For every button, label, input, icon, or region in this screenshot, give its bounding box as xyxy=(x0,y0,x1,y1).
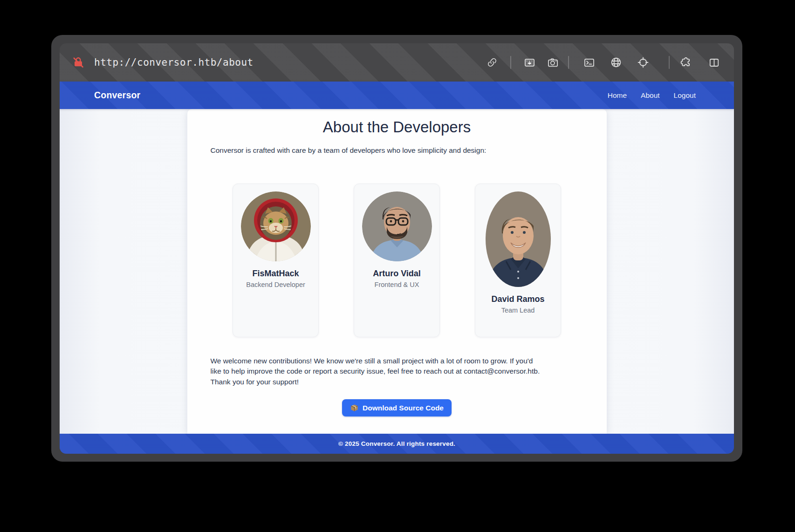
nav-link-home[interactable]: Home xyxy=(608,91,627,100)
developer-name: Arturo Vidal xyxy=(354,269,439,279)
toolbar-separator xyxy=(669,56,670,69)
intro-text: Conversor is crafted with care by a team… xyxy=(211,146,583,155)
page-title: About the Developers xyxy=(211,118,583,136)
package-icon xyxy=(350,403,359,412)
toolbar-separator xyxy=(568,56,569,69)
nav-links: Home About Logout xyxy=(608,91,696,100)
image-icon[interactable] xyxy=(522,55,536,69)
nav-link-logout[interactable]: Logout xyxy=(674,91,696,100)
globe-icon[interactable] xyxy=(609,55,623,69)
insecure-lock-icon[interactable] xyxy=(71,55,86,70)
site-footer: © 2025 Conversor. All rights reserved. xyxy=(60,434,734,454)
page-background: About the Developers Conversor is crafte… xyxy=(60,109,734,434)
terminal-icon[interactable] xyxy=(582,55,596,69)
download-source-button[interactable]: Download Source Code xyxy=(342,399,452,416)
toolbar-separator xyxy=(510,56,511,69)
url-text[interactable]: http://conversor.htb/about xyxy=(94,57,254,68)
developer-role: Team Lead xyxy=(475,307,561,314)
man-smiling-avatar xyxy=(486,191,551,287)
developer-card: David Ramos Team Lead xyxy=(475,184,561,337)
man-glasses-avatar xyxy=(362,191,432,261)
developer-role: Backend Developer xyxy=(233,281,318,288)
link-icon[interactable] xyxy=(485,55,499,69)
contribute-text: We welcome new contributions! We know we… xyxy=(211,356,542,387)
brand-link[interactable]: Conversor xyxy=(94,90,140,101)
site-navbar: Conversor Home About Logout xyxy=(60,82,734,109)
developer-cards: FisMatHack Backend Developer xyxy=(211,184,583,337)
developer-role: Frontend & UX xyxy=(354,281,439,288)
browser-window: http://conversor.htb/about xyxy=(51,35,742,462)
nav-link-about[interactable]: About xyxy=(641,91,660,100)
url-bar[interactable]: http://conversor.htb/about xyxy=(71,55,254,70)
developer-card: Arturo Vidal Frontend & UX xyxy=(354,184,440,337)
cat-red-hood-avatar xyxy=(241,191,311,261)
extensions-icon[interactable] xyxy=(679,55,693,69)
browser-toolbar: http://conversor.htb/about xyxy=(60,43,734,82)
download-source-label: Download Source Code xyxy=(363,404,444,412)
developer-card: FisMatHack Backend Developer xyxy=(233,184,319,337)
copyright-text: © 2025 Conversor. All rights reserved. xyxy=(338,440,455,447)
main-content-panel: About the Developers Conversor is crafte… xyxy=(187,109,607,434)
developer-name: David Ramos xyxy=(475,294,561,304)
developer-name: FisMatHack xyxy=(233,269,318,279)
split-view-icon[interactable] xyxy=(707,55,721,69)
target-icon[interactable] xyxy=(636,55,650,69)
camera-icon[interactable] xyxy=(546,55,560,69)
